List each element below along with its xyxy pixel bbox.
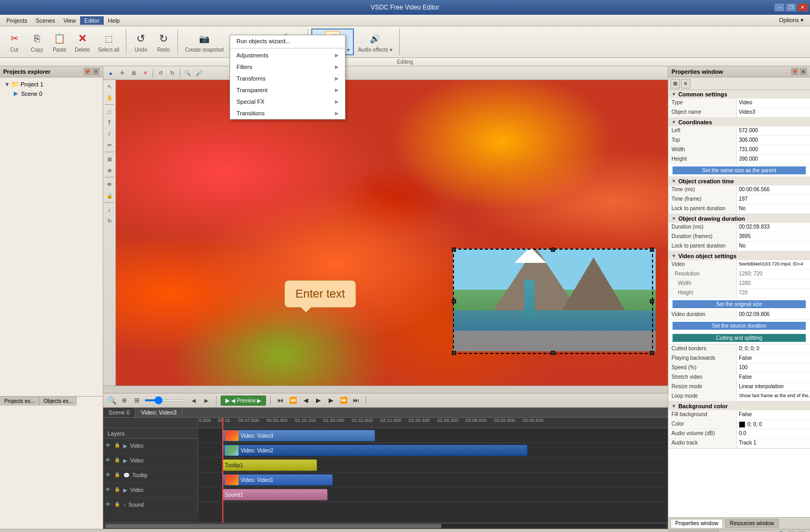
cut-button[interactable]: ✂ Cut	[3, 29, 25, 55]
loop-value[interactable]: Show last frame at the end of the...	[737, 392, 810, 401]
scene-item[interactable]: ▶ Scene 0	[2, 89, 101, 98]
skip-start-btn[interactable]: ⏮	[275, 395, 285, 406]
properties-window-tab[interactable]: Properties window	[670, 519, 723, 528]
close-btn[interactable]: ✕	[797, 3, 808, 12]
handle-top-middle[interactable]	[551, 248, 555, 252]
creation-time-header[interactable]: ▼ Object creation time	[668, 177, 810, 185]
vt-music-tool[interactable]: ♪	[104, 204, 115, 215]
rewind-btn[interactable]: ⏪	[288, 395, 298, 406]
fast-fwd-btn[interactable]: ⏩	[338, 395, 349, 406]
timeline-right-btn[interactable]: ▶	[201, 395, 212, 406]
vt-rect-tool[interactable]: □	[104, 106, 115, 117]
scroll-thumb[interactable]	[105, 524, 441, 528]
skip-end-btn[interactable]: ⏭	[351, 395, 361, 406]
dur-frames-value[interactable]: 3895	[737, 232, 810, 241]
handle-middle-right[interactable]	[650, 299, 654, 303]
clip-video3[interactable]: Video: Video3	[222, 430, 375, 441]
eye-icon-2[interactable]: 👁	[105, 472, 113, 479]
zoom-slider[interactable]	[144, 399, 186, 401]
time-ms-value[interactable]: 00:00:06.566	[737, 185, 810, 194]
lock-icon-4[interactable]: 🔒	[114, 501, 122, 509]
resources-window-tab[interactable]: Resources window	[725, 519, 779, 528]
dropdown-transparent[interactable]: Transparent ▶	[230, 84, 345, 96]
preview-btn[interactable]: ▶ ◀ Preview ▶	[221, 396, 266, 406]
canvas-area[interactable]: ↖ ✋ □ T / ✏ ⊠ ⊕ 👁 🔒 ♪ ↻	[103, 80, 668, 386]
vt-delete-btn[interactable]: ✕	[140, 68, 151, 78]
speed-value[interactable]: 100	[737, 363, 810, 372]
handle-bottom-middle[interactable]	[551, 351, 555, 355]
handle-bottom-right[interactable]	[650, 351, 654, 355]
timeline-left-btn[interactable]: ◀	[189, 395, 199, 406]
create-snapshot-button[interactable]: 📷 Create snapshot	[181, 29, 227, 55]
common-settings-header[interactable]: ▼ Common settings	[668, 90, 810, 98]
vt-crop-tool[interactable]: ⊠	[104, 154, 115, 164]
paste-button[interactable]: 📋 Paste	[48, 29, 71, 55]
fill-bg-value[interactable]: False	[737, 410, 810, 419]
vt-arrow-tool[interactable]: ↖	[104, 81, 115, 92]
vt-rotate-tool[interactable]: ↻	[104, 215, 115, 226]
vt-undo-btn[interactable]: ↺	[155, 68, 166, 78]
original-size-btn[interactable]: Set the original size	[673, 300, 806, 308]
explorer-close-btn[interactable]: ✕	[92, 68, 100, 75]
dropdown-filters[interactable]: Filters ▶	[230, 61, 345, 73]
eye-icon-3[interactable]: 👁	[105, 487, 113, 494]
scroll-track[interactable]	[105, 524, 666, 528]
width-value[interactable]: 731.000	[737, 145, 810, 154]
video-settings-header[interactable]: ▼ Video object settings	[668, 252, 810, 260]
handle-top-right[interactable]	[650, 248, 654, 252]
lock-icon-2[interactable]: 🔒	[114, 472, 122, 479]
object-name-value[interactable]: Video3	[737, 108, 810, 117]
copy-button[interactable]: ⎘ Copy	[26, 29, 48, 55]
vt-lock-tool[interactable]: 🔒	[104, 190, 115, 201]
dropdown-run-wizard[interactable]: Run objects wizard...	[230, 35, 345, 47]
vt-move-btn[interactable]: ✛	[117, 68, 127, 78]
resize-value[interactable]: Linear interpolation	[737, 382, 810, 391]
minimize-btn[interactable]: ─	[774, 3, 785, 12]
handle-bottom-left[interactable]	[452, 351, 456, 355]
color-value[interactable]: 0; 0; 0	[737, 420, 810, 429]
clip-video2[interactable]: Video: Video2	[222, 445, 528, 456]
menu-editor[interactable]: Editor	[80, 16, 104, 25]
fit-btn[interactable]: ⊞	[132, 395, 142, 406]
lock-icon-0[interactable]: 🔒	[114, 442, 122, 450]
vt-hand-tool[interactable]: ✋	[104, 92, 115, 103]
vt-line-tool[interactable]: /	[104, 129, 115, 139]
cutting-btn[interactable]: Cutting and splitting	[673, 334, 806, 342]
scene-tab[interactable]: Scene 0	[103, 408, 135, 417]
audio-effects-button[interactable]: 🔊 Audio effects ▾	[354, 29, 396, 55]
menu-projects[interactable]: Projects	[2, 16, 32, 25]
playhead[interactable]	[222, 418, 223, 428]
timeline-hscrollbar[interactable]	[103, 523, 668, 529]
select-all-button[interactable]: ⬚ Select all	[94, 29, 123, 55]
time-frame-value[interactable]: 197	[737, 195, 810, 204]
menu-scenes[interactable]: Scenes	[32, 16, 60, 25]
video-tab[interactable]: Video: Video3	[135, 408, 182, 417]
source-duration-btn[interactable]: Set the source duration	[673, 322, 806, 330]
zoom-minus-btn[interactable]: 🔍	[106, 395, 117, 406]
dur-ms-value[interactable]: 00:02:09.833	[737, 223, 810, 232]
restore-btn[interactable]: ❐	[786, 3, 796, 12]
projects-tab[interactable]: Projects ex...	[0, 397, 39, 406]
dropdown-adjustments[interactable]: Adjustments ▶	[230, 50, 345, 61]
vt-zoom-in-btn[interactable]: 🔍	[182, 68, 193, 78]
menu-view[interactable]: View	[59, 16, 80, 25]
eye-icon-0[interactable]: 👁	[105, 442, 113, 450]
dropdown-special-fx[interactable]: Special FX ▶	[230, 96, 345, 107]
left-value[interactable]: 572.000	[737, 126, 810, 135]
playing-back-value[interactable]: False	[737, 354, 810, 363]
vt-text-tool[interactable]: T	[104, 117, 115, 128]
video-file-value[interactable]: 5ee9dd4e0163.720.mp4; ID=4	[737, 260, 810, 269]
props-tool-2[interactable]: ≡	[681, 79, 690, 88]
step-back-btn[interactable]: ◀	[300, 395, 311, 406]
vt-eye-tool[interactable]: 👁	[104, 179, 115, 190]
canvas-hscrollbar[interactable]	[103, 386, 668, 393]
vt-redo-btn[interactable]: ↻	[167, 68, 177, 78]
handle-middle-left[interactable]	[452, 299, 456, 303]
redo-button[interactable]: ↻ Redo	[152, 29, 174, 55]
lock-creation-value[interactable]: No	[737, 204, 810, 213]
props-tool-1[interactable]: ⊞	[670, 79, 680, 88]
zoom-plus-btn[interactable]: ⊕	[119, 395, 130, 406]
audio-track-value[interactable]: Track 1	[737, 439, 810, 448]
vt-zoom-out-btn[interactable]: 🔎	[194, 68, 204, 78]
stretch-value[interactable]: False	[737, 373, 810, 382]
